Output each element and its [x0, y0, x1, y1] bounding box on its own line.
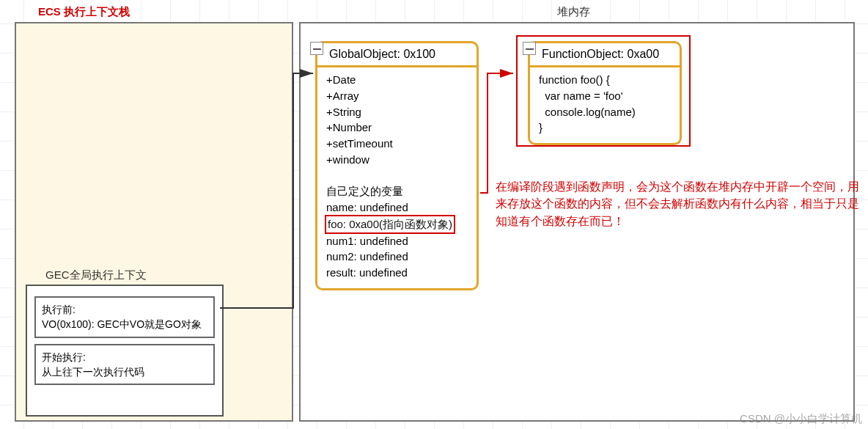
annotation-text: 在编译阶段遇到函数声明，会为这个函数在堆内存中开辟一个空间，用来存放这个函数的内… — [496, 178, 862, 230]
gec-after-body: 从上往下一次执行代码 — [42, 364, 207, 379]
go-own-name: name: undefined — [326, 201, 408, 213]
function-object-body: function foo() { var name = 'foo' consol… — [530, 67, 680, 143]
global-object-body: +Date +Array +String +Number +setTimeoun… — [317, 67, 477, 288]
heap-title: 堆内存 — [557, 5, 590, 19]
card-icon — [523, 42, 536, 55]
gec-after-title: 开始执行: — [42, 350, 207, 364]
go-builtins: +Date +Array +String +Number +setTimeoun… — [326, 73, 393, 166]
gec-before-body: VO(0x100): GEC中VO就是GO对象 — [42, 317, 207, 331]
gec-label: GEC全局执行上下文 — [45, 268, 147, 282]
function-object-title: FunctionObject: 0xa00 — [530, 43, 680, 67]
card-icon — [310, 42, 323, 55]
gec-before-box: 执行前: VO(0x100): GEC中VO就是GO对象 — [34, 296, 215, 338]
gec-before-title: 执行前: — [42, 302, 207, 317]
go-own-label: 自己定义的变量 — [326, 185, 403, 197]
watermark: CSDN @小小白学计算机 — [740, 412, 862, 426]
go-own-foo: foo: 0xa00(指向函数对象) — [325, 215, 455, 234]
gec-panel: 执行前: VO(0x100): GEC中VO就是GO对象 开始执行: 从上往下一… — [26, 285, 224, 417]
gec-after-box: 开始执行: 从上往下一次执行代码 — [34, 344, 215, 386]
global-object-card: GlobalObject: 0x100 +Date +Array +String… — [315, 41, 479, 290]
ecs-title: ECS 执行上下文栈 — [38, 5, 130, 19]
go-own-rest: num1: undefined num2: undefined result: … — [326, 235, 408, 279]
function-object-card: FunctionObject: 0xa00 function foo() { v… — [528, 41, 682, 145]
global-object-title: GlobalObject: 0x100 — [317, 43, 477, 67]
